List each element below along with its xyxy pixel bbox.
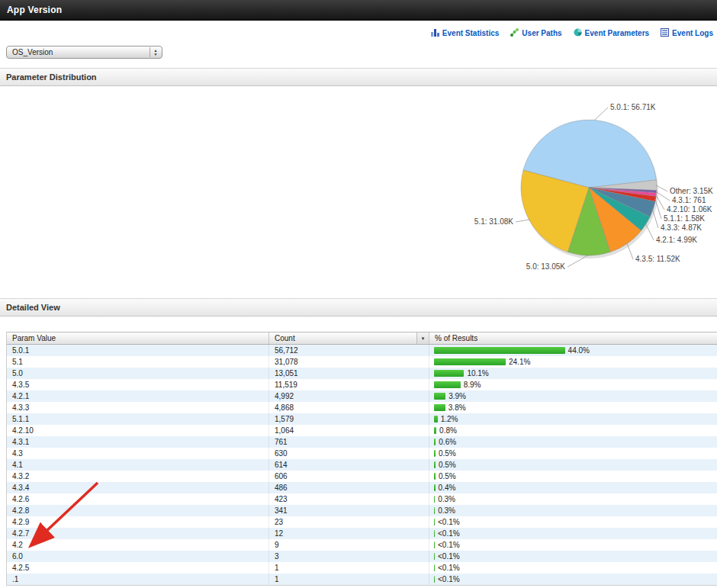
pct-cell: <0.1% (429, 574, 717, 585)
pct-label: 0.3% (438, 495, 455, 503)
pct-bar (434, 450, 436, 457)
pct-cell: 0.3% (429, 505, 717, 516)
pct-label: 8.9% (464, 381, 481, 389)
pct-bar (434, 439, 436, 445)
nav-label: Event Statistics (442, 29, 499, 37)
count-cell: 23 (269, 516, 429, 528)
nav-event-statistics[interactable]: Event Statistics (431, 28, 499, 38)
pct-cell: 0.5% (429, 448, 717, 459)
table-row: 4.3.511,5198.9% (7, 379, 717, 390)
param-value-cell: 4.2.10 (7, 425, 269, 436)
pct-cell: 0.5% (429, 471, 717, 482)
pct-cell: 0.6% (429, 436, 717, 448)
pct-cell: 0.4% (429, 482, 717, 493)
param-value-cell: 4.3.3 (7, 402, 269, 413)
pct-label: 44.0% (568, 346, 590, 355)
param-value-cell: 5.1.1 (7, 413, 269, 425)
pct-bar (434, 484, 436, 491)
param-value-cell: 4.2 (7, 539, 269, 551)
pct-label: 0.5% (439, 449, 456, 458)
count-sort-dropdown[interactable]: ▼ (416, 333, 429, 344)
pie-label-leader-line (655, 199, 661, 219)
count-cell: 486 (269, 482, 429, 493)
pct-cell: 0.3% (429, 493, 717, 505)
table-row: 4.2.14,9923.9% (7, 390, 717, 402)
pie-label-4.3.3: 4.3.3: 4.87K (661, 223, 702, 232)
count-cell: 1 (269, 562, 429, 574)
count-cell: 4,992 (269, 390, 429, 402)
count-cell: 761 (269, 436, 429, 448)
param-value-cell: 4.3.2 (7, 471, 269, 482)
pie-label-leader-line (516, 220, 530, 222)
param-value-cell: 4.2.6 (7, 493, 269, 505)
table-row: 6.03<0.1% (7, 551, 717, 562)
pct-label: <0.1% (438, 552, 460, 561)
column-header-param-value[interactable]: Param Value (7, 333, 269, 344)
count-cell: 1 (269, 574, 429, 585)
count-cell: 3 (269, 551, 429, 562)
pct-label: 0.6% (439, 438, 456, 446)
pct-bar (434, 541, 435, 548)
table-row: 4.3.44860.4% (7, 482, 717, 493)
count-cell: 614 (269, 459, 429, 471)
pct-label: <0.1% (438, 541, 460, 549)
pie-chart-panel: 5.0.1: 56.71KOther: 3.15K4.3.1: 7614.2.1… (0, 86, 717, 286)
section-title: Parameter Distribution (6, 72, 97, 82)
pct-bar (434, 530, 435, 537)
pct-cell: 0.8% (429, 425, 717, 436)
pct-label: 0.5% (439, 461, 456, 469)
table-row: 4.2.923<0.1% (7, 516, 717, 528)
column-header-pct-of-results[interactable]: % of Results (429, 333, 717, 344)
pct-bar (434, 393, 445, 400)
pct-cell: 8.9% (429, 379, 717, 390)
pct-cell: 3.8% (429, 402, 717, 413)
pie-label-4.3.5: 4.3.5: 11.52K (635, 255, 680, 263)
param-value-cell: 5.1 (7, 356, 269, 368)
pct-cell: <0.1% (429, 551, 717, 562)
pct-bar (434, 404, 445, 411)
nav-event-parameters[interactable]: Event Parameters (574, 28, 650, 38)
table-row: 4.16140.5% (7, 459, 717, 471)
param-value-cell: 4.2.8 (7, 505, 269, 516)
pct-bar (434, 347, 565, 354)
param-value-cell: 5.0 (7, 368, 269, 379)
pct-label: 0.4% (439, 484, 456, 492)
pie-label-5.0.1: 5.0.1: 56.71K (610, 103, 656, 111)
top-nav: Event Statistics User Paths Event Parame… (0, 21, 717, 40)
pie-label-Other: Other: 3.15K (670, 187, 713, 195)
table-row: 4.2.101,0640.8% (7, 425, 717, 436)
pct-bar (434, 370, 464, 377)
count-cell: 423 (269, 493, 429, 505)
count-cell: 12 (269, 528, 429, 539)
table-row: 4.2.51<0.1% (7, 562, 717, 574)
param-value-cell: 6.0 (7, 551, 269, 562)
column-header-count[interactable]: Count ▼ (269, 333, 429, 344)
count-cell: 56,712 (269, 345, 429, 356)
param-value-cell: 4.3 (7, 448, 269, 459)
count-cell: 341 (269, 505, 429, 516)
user-paths-icon (510, 28, 519, 38)
table-row: 4.2.64230.3% (7, 493, 717, 505)
nav-user-paths[interactable]: User Paths (510, 28, 561, 38)
pie-chart: 5.0.1: 56.71KOther: 3.15K4.3.1: 7614.2.1… (0, 86, 717, 286)
table-header-row: Param Value Count ▼ % of Results (7, 333, 717, 345)
table-row: 4.3.26060.5% (7, 471, 717, 482)
pct-cell: 10.1% (429, 368, 717, 379)
pct-cell: 24.1% (429, 356, 717, 368)
section-detailed-view: Detailed View (0, 298, 717, 316)
table-row: 4.2.83410.3% (7, 505, 717, 516)
table-row: 5.1.11,5791.2% (7, 413, 717, 425)
top-header-bar: App Version (0, 0, 717, 21)
table-row: 4.3.17610.6% (7, 436, 717, 448)
parameter-select-value: OS_Version (12, 48, 53, 56)
pct-label: <0.1% (438, 564, 460, 572)
pct-bar (434, 507, 435, 514)
pct-cell: 44.0% (429, 345, 717, 356)
table-row: 4.3.34,8683.8% (7, 402, 717, 413)
parameter-select[interactable]: OS_Version ▲▼ (6, 46, 162, 59)
nav-label: Event Parameters (585, 29, 650, 37)
pct-label: 10.1% (467, 369, 488, 378)
nav-event-logs[interactable]: Event Logs (661, 28, 713, 38)
param-value-cell: .1 (7, 574, 269, 585)
count-cell: 11,519 (269, 379, 429, 390)
